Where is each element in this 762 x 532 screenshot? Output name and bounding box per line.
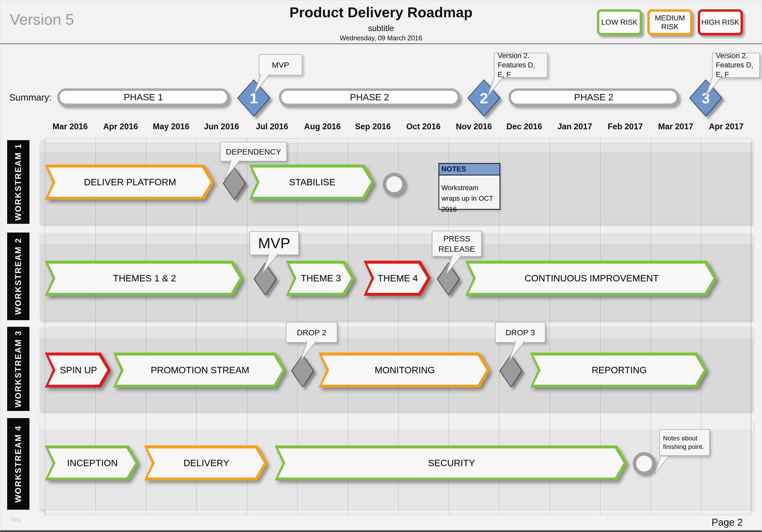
bottom-edge-bar [0,530,762,532]
task-bar-theme-4: THEME 4 [364,261,431,296]
callout-press-release: PRESS RELEASE [432,231,482,257]
legend-high-risk: HIGH RISK [698,9,743,35]
notes-title: NOTES [439,164,499,176]
task-bar-monitoring: MONITORING [319,352,490,388]
callout-version2-b: Version 2. Features D, E, F [712,53,760,78]
callout-tail [653,456,671,475]
notes-body: Workstream wraps up in OCT 2016 [439,176,499,214]
header-divider [0,43,762,44]
callout-drop-3: DROP 3 [495,322,545,343]
roadmap-slide: Version 5 Product Delivery Roadmap subti… [0,0,762,532]
task-bar-delivery: DELIVERY [144,445,267,481]
phase-bar-3: PHASE 2 [508,88,679,106]
task-bar-security: SECURITY [275,445,627,481]
workstream-4-label: WORKSTREAM 4 [7,418,30,510]
legend-low-risk: LOW RISK [597,9,642,35]
phase-bar-1: PHASE 1 [57,88,229,106]
callout-dependency: DEPENDENCY [220,142,287,161]
callout-version2-a: Version 2. Features D, E, F [494,53,548,78]
task-bar-inception: INCEPTION [45,445,139,481]
phase-bar-2: PHASE 2 [279,88,460,106]
callout-tail [254,74,272,95]
end-marker-circle-ws4 [633,452,655,475]
notes-box: NOTES Workstream wraps up in OCT 2016 [438,163,500,210]
callout-tail [300,341,318,362]
watermark: blog [11,516,21,522]
callout-tail [262,254,280,274]
callout-mvp-summary: MVP [259,54,302,75]
callout-tail [445,255,464,276]
callout-tail [705,76,724,97]
callout-tail [508,341,527,362]
task-bar-continuous-improvement: CONTINUOUS IMPROVEMENT [465,261,717,296]
task-bar-reporting: REPORTING [530,352,707,388]
task-bar-spin-up: SPIN UP [45,352,111,388]
task-bar-theme-3: THEME 3 [286,261,355,296]
page-title: Product Delivery Roadmap [289,4,473,21]
grid-ruler-bottom [45,510,751,515]
callout-tail [487,76,505,97]
task-bar-themes-1-2: THEMES 1 & 2 [45,261,243,296]
callout-mvp-ws2: MVP [250,231,299,255]
legend-medium-risk: MEDIUM RISK [648,9,692,35]
task-bar-promotion-stream: PROMOTION STREAM [113,352,286,388]
end-marker-circle-ws1 [383,173,406,196]
page-date: Wednesday, 09 March 2016 [340,34,422,42]
timeline-month-axis: Mar 2016Apr 2016 May 2016Jun 2016 Jul 20… [45,122,751,131]
callout-drop-2: DROP 2 [286,322,337,343]
callout-finishing-note: Notes about finishing point. [659,429,710,456]
workstream-1-label: WORKSTREAM 1 [7,140,30,224]
workstream-2-label: WORKSTREAM 2 [7,233,30,320]
callout-tail [224,160,242,181]
task-bar-stabilise: STABILISE [249,165,374,200]
summary-label: Summary: [9,92,51,103]
page-number: Page 2 [712,517,743,528]
page-subtitle: subtitle [368,24,394,33]
workstream-3-label: WORKSTREAM 3 [7,327,30,411]
task-bar-deliver-platform: DELIVER PLATFORM [45,165,214,200]
version-label: Version 5 [10,10,74,28]
grid-ruler-top [45,138,751,144]
